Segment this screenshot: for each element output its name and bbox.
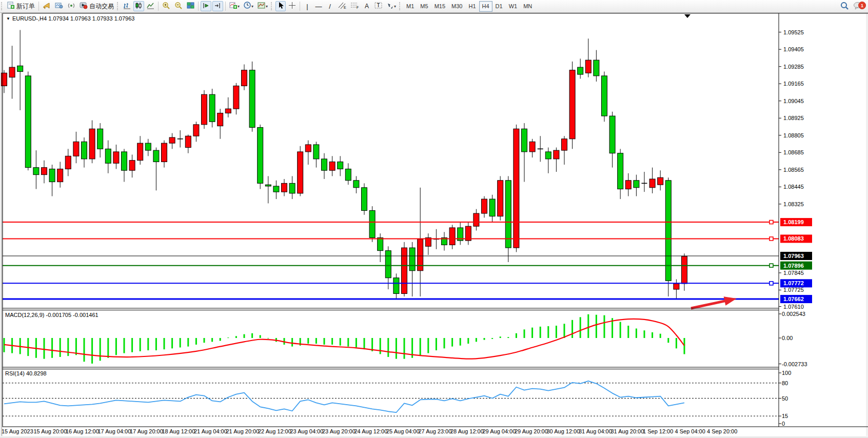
date-tick-label: 4 Sep 04:00 [675, 428, 705, 434]
new-order-button[interactable]: 新订单 [6, 1, 36, 11]
candle-body [9, 67, 15, 77]
candle-body [305, 145, 311, 152]
text-tool-button[interactable]: A [362, 1, 372, 11]
line-handle-marker[interactable] [770, 282, 773, 285]
macd-histogram-bar [644, 330, 645, 338]
macd-tick-label: -0.002733 [782, 361, 807, 367]
timeframe-m30-button[interactable]: M30 [448, 1, 465, 12]
timeframe-m1-button[interactable]: M1 [403, 1, 417, 12]
date-tick-label: 15 Aug 20:00 [34, 428, 67, 434]
cursor-button[interactable] [275, 1, 286, 11]
price-tick-label: 1.09525 [783, 29, 804, 35]
candle-body [2, 73, 7, 86]
arrows-tool-button[interactable]: ▾ [385, 1, 398, 11]
horizontal-line-icon: — [315, 3, 322, 10]
new-order-icon [7, 2, 15, 11]
price-tick-label: 1.08445 [783, 184, 804, 190]
candlestick-chart-button[interactable] [133, 1, 144, 11]
timeframe-mn-button[interactable]: MN [520, 1, 535, 12]
chart-shift-button[interactable] [212, 1, 223, 11]
timeframe-m15-button[interactable]: M15 [431, 1, 448, 12]
zoom-out-button[interactable] [173, 1, 184, 11]
vertical-line-tool-button[interactable]: | [302, 1, 312, 11]
templates-button[interactable]: ▾ [256, 1, 269, 11]
timeframe-m5-button[interactable]: M5 [417, 1, 431, 12]
candle-body [193, 125, 199, 136]
macd-histogram-bar [491, 338, 493, 339]
candle-body [137, 143, 143, 161]
clock-icon [244, 2, 251, 11]
macd-histogram-bar [164, 338, 165, 349]
horizontal-line-tool-button[interactable]: — [313, 1, 324, 11]
indicators-button[interactable]: ▾ [228, 1, 241, 11]
crosshair-button[interactable] [287, 1, 298, 11]
autotrade-button[interactable]: 自动交易 [78, 1, 115, 11]
date-tick-label: 30 Aug 12:00 [547, 428, 580, 434]
date-tick-label: 1 Sep 12:00 [643, 428, 673, 434]
macd-histogram-bar [364, 338, 365, 349]
tile-windows-button[interactable] [185, 1, 196, 11]
macd-histogram-bar [75, 338, 77, 355]
macd-histogram-bar [620, 322, 621, 338]
macd-histogram-bar [51, 338, 53, 358]
label-tool-button[interactable]: T [373, 1, 384, 11]
candle-body [25, 76, 31, 168]
auto-scroll-button[interactable] [201, 1, 211, 11]
macd-histogram-bar [124, 338, 125, 353]
price-badge-label: 1.07963 [783, 253, 804, 259]
trendline-tool-button[interactable]: / [325, 1, 335, 11]
line-handle-marker[interactable] [770, 237, 773, 241]
timeframe-group: M1M5M15M30H1H4D1W1MN [403, 1, 535, 12]
candle-body [362, 188, 367, 211]
timeframe-d1-button[interactable]: D1 [492, 1, 506, 12]
market-watch-button[interactable] [53, 1, 65, 11]
notifications-button[interactable]: 1 [852, 1, 864, 11]
timeframe-w1-button[interactable]: W1 [506, 1, 521, 12]
macd-histogram-bar [180, 338, 181, 347]
candle-body [649, 179, 655, 188]
macd-histogram-bar [676, 338, 677, 348]
macd-histogram-bar [220, 338, 221, 341]
candle-body [674, 284, 679, 289]
price-badge-label: 1.07772 [783, 280, 804, 286]
text-icon: A [365, 3, 369, 10]
line-chart-button[interactable] [145, 1, 156, 11]
alerts-button[interactable] [41, 1, 52, 11]
channel-tool-button[interactable]: E [336, 1, 348, 11]
date-axis[interactable]: 15 Aug 202315 Aug 20:0016 Aug 12:0017 Au… [2, 428, 737, 434]
candle-body [218, 113, 223, 126]
fibonacci-tool-button[interactable]: F [349, 1, 361, 11]
line-handle-marker[interactable] [770, 221, 773, 224]
macd-histogram-bar [436, 338, 437, 350]
candle-body [658, 177, 663, 185]
signal-icon [67, 2, 75, 11]
signals-button[interactable] [66, 1, 77, 11]
candle-body [202, 94, 207, 125]
macd-histogram-bar [356, 338, 357, 347]
candle-body [393, 278, 399, 294]
timeframe-h4-button[interactable]: H4 [479, 1, 492, 12]
date-tick-label: 18 Aug 12:00 [162, 428, 195, 434]
price-badge-label: 1.07662 [783, 296, 804, 302]
candle-body [505, 181, 511, 248]
search-icon [840, 2, 849, 11]
date-tick-label: 25 Aug 04:00 [386, 428, 420, 434]
toolbar-drag-handle [271, 2, 274, 10]
line-handle-marker[interactable] [770, 264, 773, 267]
periods-button[interactable]: ▾ [242, 1, 255, 11]
candle-body [514, 129, 519, 248]
search-button[interactable] [839, 1, 851, 11]
macd-histogram-bar [251, 333, 253, 338]
candle-body [242, 70, 247, 86]
candle-body [169, 137, 175, 143]
macd-histogram-bar [204, 338, 205, 343]
timeframe-h1-button[interactable]: H1 [465, 1, 479, 12]
date-tick-label: 17 Aug 20:00 [130, 428, 163, 434]
notification-badge: 1 [858, 2, 866, 9]
bar-chart-button[interactable] [122, 1, 132, 11]
date-tick-label: 23 Aug 04:00 [290, 428, 324, 434]
candle-body [82, 142, 87, 159]
zoom-in-button[interactable] [161, 1, 172, 11]
chart-canvas[interactable]: 1.095251.094051.092851.091651.090451.089… [0, 0, 868, 438]
macd-histogram-bar [476, 338, 477, 342]
